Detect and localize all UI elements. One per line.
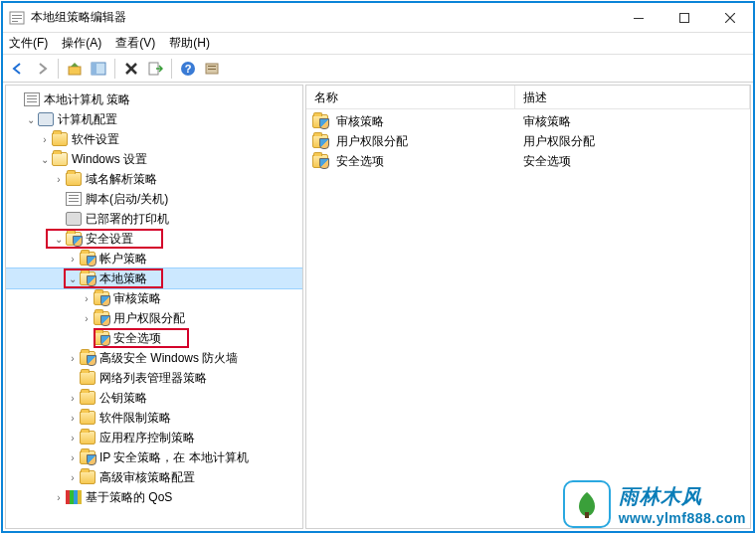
svg-rect-1: [12, 15, 22, 16]
folder-shield-icon: [94, 291, 109, 305]
chevron-right-icon[interactable]: ›: [80, 293, 94, 304]
svg-rect-8: [69, 67, 81, 75]
svg-rect-18: [208, 69, 216, 70]
tree-public-key[interactable]: ›公钥策略: [6, 388, 302, 408]
watermark-text: 雨林木风: [619, 483, 702, 510]
filter-button[interactable]: [201, 58, 223, 80]
tree-windows-settings[interactable]: ⌄Windows 设置: [6, 149, 302, 169]
menu-view[interactable]: 查看(V): [115, 35, 155, 52]
folder-shield-icon: [80, 351, 95, 365]
tree-ip-security[interactable]: ›IP 安全策略，在 本地计算机: [6, 447, 302, 467]
svg-rect-19: [585, 512, 589, 518]
chevron-down-icon[interactable]: ⌄: [52, 234, 66, 245]
chevron-right-icon[interactable]: ›: [66, 413, 80, 424]
help-button[interactable]: ?: [177, 58, 199, 80]
minimize-button[interactable]: [616, 3, 662, 32]
chevron-right-icon[interactable]: ›: [66, 353, 80, 364]
folder-icon: [80, 470, 95, 484]
svg-rect-4: [634, 18, 644, 19]
folder-shield-icon: [80, 271, 95, 285]
tree-advanced-audit[interactable]: ›高级审核策略配置: [6, 467, 302, 487]
tree-panel[interactable]: ▸本地计算机 策略 ⌄计算机配置 ›软件设置 ⌄Windows 设置 ›域名解析…: [5, 85, 303, 529]
app-icon: [9, 10, 25, 26]
chevron-right-icon[interactable]: ›: [66, 433, 80, 444]
script-icon: [66, 192, 82, 206]
folder-shield-icon: [312, 134, 328, 148]
svg-text:?: ?: [185, 63, 192, 75]
tree-user-rights[interactable]: ›用户权限分配: [6, 308, 302, 328]
delete-button[interactable]: [120, 58, 142, 80]
folder-icon: [66, 172, 82, 186]
show-hide-tree-button[interactable]: [88, 58, 109, 80]
watermark: 雨林木风 www.ylmf888.com: [563, 480, 746, 528]
policy-icon: [24, 92, 40, 106]
folder-icon: [52, 132, 68, 146]
tree-root[interactable]: ▸本地计算机 策略: [6, 89, 302, 109]
close-button[interactable]: [707, 3, 753, 32]
tree-software-restriction[interactable]: ›软件限制策略: [6, 408, 302, 428]
forward-button[interactable]: [31, 58, 53, 80]
column-name[interactable]: 名称: [306, 86, 515, 108]
folder-shield-icon: [312, 114, 328, 128]
chevron-down-icon[interactable]: ⌄: [24, 114, 38, 125]
back-button[interactable]: [7, 58, 29, 80]
watermark-url: www.ylmf888.com: [619, 510, 746, 526]
list-header: 名称 描述: [306, 86, 750, 109]
svg-rect-5: [680, 13, 689, 22]
folder-icon: [80, 411, 95, 425]
tree-local-policies[interactable]: ⌄本地策略: [6, 268, 302, 288]
menu-help[interactable]: 帮助(H): [169, 35, 210, 52]
chevron-down-icon[interactable]: ⌄: [38, 154, 52, 165]
chevron-right-icon[interactable]: ›: [38, 134, 52, 145]
folder-shield-icon: [66, 232, 82, 246]
tree-audit-policy[interactable]: ›审核策略: [6, 288, 302, 308]
chevron-right-icon[interactable]: ›: [52, 174, 66, 185]
list-item[interactable]: 审核策略 审核策略: [306, 111, 750, 131]
tree-scripts[interactable]: ›脚本(启动/关机): [6, 189, 302, 209]
window-title: 本地组策略编辑器: [31, 9, 616, 26]
computer-icon: [38, 112, 54, 126]
tree-qos[interactable]: ›基于策略的 QoS: [6, 487, 302, 507]
maximize-button[interactable]: [662, 3, 707, 32]
toolbar: ?: [3, 55, 753, 83]
list-item[interactable]: 用户权限分配 用户权限分配: [306, 131, 750, 151]
tree-network-list[interactable]: ›网络列表管理器策略: [6, 368, 302, 388]
tree-account-policies[interactable]: ›帐户策略: [6, 249, 302, 268]
chevron-right-icon[interactable]: ›: [80, 313, 94, 324]
tree-windows-firewall[interactable]: ›高级安全 Windows 防火墙: [6, 348, 302, 368]
list-panel: 名称 描述 审核策略 审核策略 用户权限分配 用户权限分配 安全选项 安全选项: [305, 85, 751, 529]
chevron-right-icon[interactable]: ›: [66, 472, 80, 483]
list-body: 审核策略 审核策略 用户权限分配 用户权限分配 安全选项 安全选项: [306, 109, 750, 528]
tree-deployed-printers[interactable]: ›已部署的打印机: [6, 209, 302, 229]
folder-shield-icon: [94, 311, 109, 325]
chevron-down-icon[interactable]: ⌄: [66, 273, 80, 284]
chevron-right-icon[interactable]: ›: [52, 492, 66, 503]
svg-rect-10: [92, 63, 96, 75]
column-desc[interactable]: 描述: [515, 86, 750, 108]
tree-security-options[interactable]: ›安全选项: [6, 328, 302, 348]
svg-rect-3: [12, 21, 18, 22]
qos-icon: [66, 490, 82, 504]
chevron-right-icon[interactable]: ›: [66, 254, 80, 265]
tree-security-settings[interactable]: ⌄安全设置: [6, 229, 302, 249]
chevron-right-icon[interactable]: ›: [66, 393, 80, 404]
folder-shield-icon: [80, 450, 95, 464]
tree-name-resolution[interactable]: ›域名解析策略: [6, 169, 302, 189]
tree-app-control[interactable]: ›应用程序控制策略: [6, 428, 302, 447]
watermark-logo-icon: [563, 480, 611, 528]
export-button[interactable]: [144, 58, 166, 80]
menu-file[interactable]: 文件(F): [9, 35, 48, 52]
svg-rect-17: [208, 66, 216, 67]
folder-icon: [80, 371, 95, 385]
printer-icon: [66, 212, 82, 226]
chevron-right-icon[interactable]: ›: [66, 452, 80, 463]
menu-action[interactable]: 操作(A): [62, 35, 101, 52]
titlebar: 本地组策略编辑器: [3, 3, 753, 33]
tree-computer-config[interactable]: ⌄计算机配置: [6, 109, 302, 129]
list-item[interactable]: 安全选项 安全选项: [306, 151, 750, 171]
folder-shield-icon: [312, 154, 328, 168]
up-button[interactable]: [64, 58, 86, 80]
svg-rect-2: [12, 18, 22, 19]
tree-software-settings[interactable]: ›软件设置: [6, 129, 302, 149]
folder-icon: [80, 431, 95, 445]
